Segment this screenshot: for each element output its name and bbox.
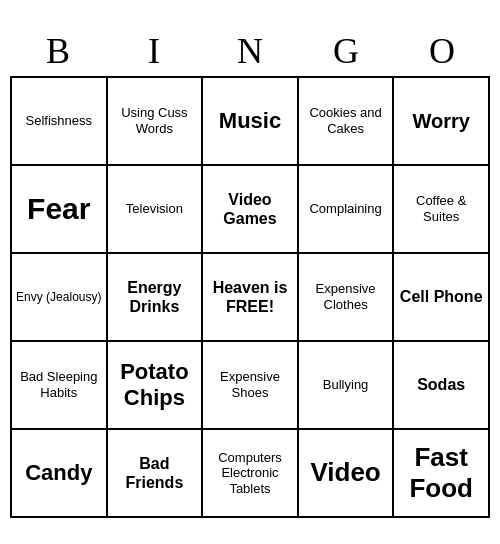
header-g: G xyxy=(298,26,394,76)
bingo-cell: Candy xyxy=(12,430,108,518)
bingo-cell: Selfishness xyxy=(12,78,108,166)
bingo-cell: Sodas xyxy=(394,342,490,430)
bingo-cell: Expensive Clothes xyxy=(299,254,395,342)
bingo-cell: Worry xyxy=(394,78,490,166)
bingo-cell: Television xyxy=(108,166,204,254)
bingo-cell: Expensive Shoes xyxy=(203,342,299,430)
bingo-cell: Music xyxy=(203,78,299,166)
header-n: N xyxy=(202,26,298,76)
bingo-cell: Video xyxy=(299,430,395,518)
header-b: B xyxy=(10,26,106,76)
bingo-cell: Potato Chips xyxy=(108,342,204,430)
bingo-cell: Bad Sleeping Habits xyxy=(12,342,108,430)
bingo-cell: Cookies and Cakes xyxy=(299,78,395,166)
bingo-header: B I N G O xyxy=(10,26,490,76)
header-o: O xyxy=(394,26,490,76)
bingo-cell: Cell Phone xyxy=(394,254,490,342)
bingo-grid: SelfishnessUsing Cuss WordsMusicCookies … xyxy=(10,76,490,518)
header-i: I xyxy=(106,26,202,76)
bingo-cell: Envy (Jealousy) xyxy=(12,254,108,342)
bingo-cell: Computers Electronic Tablets xyxy=(203,430,299,518)
bingo-card: B I N G O SelfishnessUsing Cuss WordsMus… xyxy=(10,26,490,518)
bingo-cell: Heaven is FREE! xyxy=(203,254,299,342)
bingo-cell: Bullying xyxy=(299,342,395,430)
bingo-cell: Bad Friends xyxy=(108,430,204,518)
bingo-cell: Video Games xyxy=(203,166,299,254)
bingo-cell: Complaining xyxy=(299,166,395,254)
bingo-cell: Fast Food xyxy=(394,430,490,518)
bingo-cell: Coffee & Suites xyxy=(394,166,490,254)
bingo-cell: Using Cuss Words xyxy=(108,78,204,166)
bingo-cell: Fear xyxy=(12,166,108,254)
bingo-cell: Energy Drinks xyxy=(108,254,204,342)
